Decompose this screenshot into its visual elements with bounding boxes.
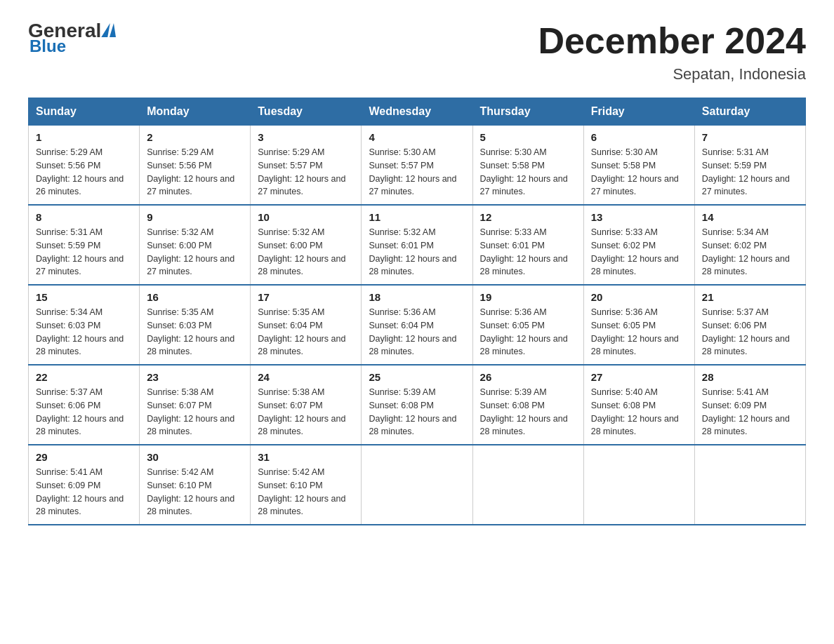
day-info: Sunrise: 5:39 AMSunset: 6:08 PMDaylight:…: [480, 387, 568, 436]
day-info: Sunrise: 5:29 AMSunset: 5:56 PMDaylight:…: [147, 147, 234, 196]
day-info: Sunrise: 5:33 AMSunset: 6:01 PMDaylight:…: [480, 227, 568, 276]
page-header: General Blue December 2024 Sepatan, Indo…: [28, 21, 806, 83]
logo-blue-label: Blue: [29, 38, 116, 55]
day-info: Sunrise: 5:30 AMSunset: 5:58 PMDaylight:…: [591, 147, 679, 196]
day-info: Sunrise: 5:38 AMSunset: 6:07 PMDaylight:…: [258, 387, 345, 436]
calendar-cell: 20 Sunrise: 5:36 AMSunset: 6:05 PMDaylig…: [583, 285, 694, 365]
day-info: Sunrise: 5:36 AMSunset: 6:05 PMDaylight:…: [480, 307, 568, 356]
weekday-header-saturday: Saturday: [694, 98, 805, 126]
day-info: Sunrise: 5:30 AMSunset: 5:57 PMDaylight:…: [369, 147, 456, 196]
day-info: Sunrise: 5:41 AMSunset: 6:09 PMDaylight:…: [702, 387, 790, 436]
day-info: Sunrise: 5:31 AMSunset: 5:59 PMDaylight:…: [702, 147, 790, 196]
calendar-cell: 26 Sunrise: 5:39 AMSunset: 6:08 PMDaylig…: [472, 365, 583, 445]
day-number: 22: [36, 371, 132, 383]
calendar-row-2: 8 Sunrise: 5:31 AMSunset: 5:59 PMDayligh…: [29, 205, 806, 285]
day-number: 13: [591, 211, 687, 223]
day-number: 14: [702, 211, 798, 223]
day-number: 12: [480, 211, 576, 223]
day-info: Sunrise: 5:32 AMSunset: 6:00 PMDaylight:…: [258, 227, 345, 276]
day-number: 5: [480, 131, 576, 143]
title-area: December 2024 Sepatan, Indonesia: [538, 21, 806, 83]
day-number: 30: [147, 451, 243, 463]
day-number: 16: [147, 291, 243, 303]
day-number: 21: [702, 291, 798, 303]
weekday-header-monday: Monday: [140, 98, 251, 126]
day-number: 17: [258, 291, 354, 303]
calendar-cell: 13 Sunrise: 5:33 AMSunset: 6:02 PMDaylig…: [583, 205, 694, 285]
calendar-cell: 4 Sunrise: 5:30 AMSunset: 5:57 PMDayligh…: [362, 126, 472, 206]
day-number: 27: [591, 371, 687, 383]
calendar-cell: [362, 445, 472, 525]
calendar-cell: 22 Sunrise: 5:37 AMSunset: 6:06 PMDaylig…: [29, 365, 140, 445]
calendar-cell: 16 Sunrise: 5:35 AMSunset: 6:03 PMDaylig…: [140, 285, 251, 365]
calendar-cell: 5 Sunrise: 5:30 AMSunset: 5:58 PMDayligh…: [472, 126, 583, 206]
calendar-cell: 14 Sunrise: 5:34 AMSunset: 6:02 PMDaylig…: [694, 205, 805, 285]
day-number: 10: [258, 211, 354, 223]
calendar-cell: 19 Sunrise: 5:36 AMSunset: 6:05 PMDaylig…: [472, 285, 583, 365]
day-number: 2: [147, 131, 243, 143]
day-number: 20: [591, 291, 687, 303]
day-info: Sunrise: 5:42 AMSunset: 6:10 PMDaylight:…: [258, 467, 345, 516]
calendar-cell: [694, 445, 805, 525]
day-info: Sunrise: 5:36 AMSunset: 6:05 PMDaylight:…: [591, 307, 679, 356]
day-info: Sunrise: 5:41 AMSunset: 6:09 PMDaylight:…: [36, 467, 124, 516]
calendar-cell: 27 Sunrise: 5:40 AMSunset: 6:08 PMDaylig…: [583, 365, 694, 445]
day-info: Sunrise: 5:37 AMSunset: 6:06 PMDaylight:…: [702, 307, 790, 356]
day-info: Sunrise: 5:33 AMSunset: 6:02 PMDaylight:…: [591, 227, 679, 276]
weekday-header-row: SundayMondayTuesdayWednesdayThursdayFrid…: [29, 98, 806, 126]
weekday-header-friday: Friday: [583, 98, 694, 126]
calendar-cell: [583, 445, 694, 525]
calendar-cell: 23 Sunrise: 5:38 AMSunset: 6:07 PMDaylig…: [140, 365, 251, 445]
calendar-cell: 6 Sunrise: 5:30 AMSunset: 5:58 PMDayligh…: [583, 126, 694, 206]
calendar-cell: 10 Sunrise: 5:32 AMSunset: 6:00 PMDaylig…: [251, 205, 362, 285]
calendar-cell: 24 Sunrise: 5:38 AMSunset: 6:07 PMDaylig…: [251, 365, 362, 445]
day-info: Sunrise: 5:32 AMSunset: 6:01 PMDaylight:…: [369, 227, 456, 276]
calendar-cell: 7 Sunrise: 5:31 AMSunset: 5:59 PMDayligh…: [694, 126, 805, 206]
day-info: Sunrise: 5:35 AMSunset: 6:03 PMDaylight:…: [147, 307, 234, 356]
day-number: 4: [369, 131, 465, 143]
calendar-cell: 3 Sunrise: 5:29 AMSunset: 5:57 PMDayligh…: [251, 126, 362, 206]
calendar-cell: 18 Sunrise: 5:36 AMSunset: 6:04 PMDaylig…: [362, 285, 472, 365]
day-info: Sunrise: 5:37 AMSunset: 6:06 PMDaylight:…: [36, 387, 124, 436]
day-number: 26: [480, 371, 576, 383]
day-number: 25: [369, 371, 465, 383]
logo: General Blue: [28, 21, 116, 55]
calendar-row-5: 29 Sunrise: 5:41 AMSunset: 6:09 PMDaylig…: [29, 445, 806, 525]
day-number: 1: [36, 131, 132, 143]
day-info: Sunrise: 5:34 AMSunset: 6:03 PMDaylight:…: [36, 307, 124, 356]
weekday-header-thursday: Thursday: [472, 98, 583, 126]
day-info: Sunrise: 5:32 AMSunset: 6:00 PMDaylight:…: [147, 227, 234, 276]
calendar-cell: 28 Sunrise: 5:41 AMSunset: 6:09 PMDaylig…: [694, 365, 805, 445]
calendar-cell: 2 Sunrise: 5:29 AMSunset: 5:56 PMDayligh…: [140, 126, 251, 206]
day-number: 19: [480, 291, 576, 303]
calendar-table: SundayMondayTuesdayWednesdayThursdayFrid…: [28, 98, 806, 525]
calendar-cell: 30 Sunrise: 5:42 AMSunset: 6:10 PMDaylig…: [140, 445, 251, 525]
calendar-cell: 17 Sunrise: 5:35 AMSunset: 6:04 PMDaylig…: [251, 285, 362, 365]
day-number: 15: [36, 291, 132, 303]
calendar-cell: 12 Sunrise: 5:33 AMSunset: 6:01 PMDaylig…: [472, 205, 583, 285]
day-info: Sunrise: 5:35 AMSunset: 6:04 PMDaylight:…: [258, 307, 345, 356]
day-number: 28: [702, 371, 798, 383]
day-number: 7: [702, 131, 798, 143]
calendar-cell: 8 Sunrise: 5:31 AMSunset: 5:59 PMDayligh…: [29, 205, 140, 285]
day-number: 18: [369, 291, 465, 303]
calendar-cell: 29 Sunrise: 5:41 AMSunset: 6:09 PMDaylig…: [29, 445, 140, 525]
day-number: 11: [369, 211, 465, 223]
day-number: 6: [591, 131, 687, 143]
page-subtitle: Sepatan, Indonesia: [538, 65, 806, 83]
day-info: Sunrise: 5:39 AMSunset: 6:08 PMDaylight:…: [369, 387, 456, 436]
day-info: Sunrise: 5:34 AMSunset: 6:02 PMDaylight:…: [702, 227, 790, 276]
day-info: Sunrise: 5:29 AMSunset: 5:57 PMDaylight:…: [258, 147, 345, 196]
calendar-cell: 11 Sunrise: 5:32 AMSunset: 6:01 PMDaylig…: [362, 205, 472, 285]
weekday-header-tuesday: Tuesday: [251, 98, 362, 126]
calendar-row-4: 22 Sunrise: 5:37 AMSunset: 6:06 PMDaylig…: [29, 365, 806, 445]
day-number: 8: [36, 211, 132, 223]
day-number: 3: [258, 131, 354, 143]
calendar-cell: 31 Sunrise: 5:42 AMSunset: 6:10 PMDaylig…: [251, 445, 362, 525]
day-number: 24: [258, 371, 354, 383]
day-info: Sunrise: 5:38 AMSunset: 6:07 PMDaylight:…: [147, 387, 234, 436]
day-number: 31: [258, 451, 354, 463]
day-number: 9: [147, 211, 243, 223]
calendar-cell: 9 Sunrise: 5:32 AMSunset: 6:00 PMDayligh…: [140, 205, 251, 285]
weekday-header-wednesday: Wednesday: [362, 98, 472, 126]
